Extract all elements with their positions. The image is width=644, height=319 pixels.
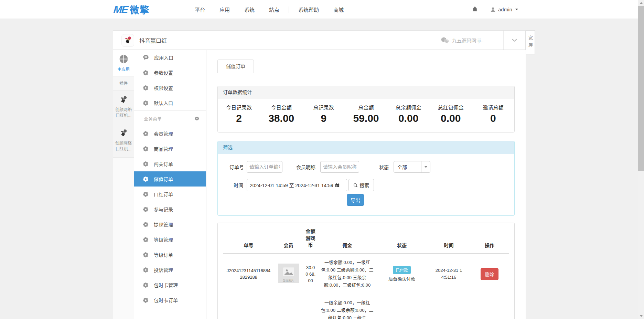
menu-item-lipstick-orders[interactable]: 口红订单 [134, 187, 206, 202]
scrollbar-thumb[interactable] [638, 6, 644, 171]
nav-item-system[interactable]: 系统 [237, 6, 262, 13]
username: admin [498, 7, 512, 12]
main-nav: 平台 应用 系统 站点 系统帮助 商城 [187, 0, 351, 19]
rail-main-label: 主应用 [117, 66, 130, 72]
menu-item-level-orders[interactable]: 等级订单 [134, 247, 206, 262]
notification-bell-icon[interactable] [472, 0, 478, 19]
menu-item-label: 包时卡管理 [154, 281, 178, 288]
widescreen-toggle[interactable]: 宽屏 [526, 30, 535, 54]
nav-item-help[interactable]: 系统帮助 [291, 6, 326, 13]
filter-body: 订单号 会员昵称 状态 全部 时间 2024-12-01 14:59 至 202… [218, 154, 514, 215]
menu-item-label: 包时卡订单 [154, 297, 178, 304]
cell-actions: 删除 [470, 254, 509, 294]
plugin-lipstick-icon [118, 128, 129, 139]
menu-item-timecard-orders[interactable]: 包时卡订单 [134, 293, 206, 308]
nav-item-apps[interactable]: 应用 [212, 6, 237, 13]
gear-icon [143, 191, 149, 197]
col-commission: 佣金 [318, 223, 376, 254]
cell-order-no [223, 294, 274, 319]
calendar-icon [335, 183, 340, 188]
menu-item-label: 商品管理 [154, 145, 173, 152]
cell-commission: 一级余额:0.00，一级红包:0.00 二级余额:0.00，二级红包:0.00 … [318, 294, 376, 319]
rail-plugin-item[interactable]: 创颜网络口红机... [113, 91, 134, 124]
menu-item-members[interactable]: 会员管理 [134, 126, 206, 141]
delete-button[interactable]: 删除 [481, 268, 498, 280]
menu-item-label: 会员管理 [154, 130, 173, 137]
export-button[interactable]: 导出 [347, 194, 364, 206]
menu-item-withdrawals[interactable]: 提现管理 [134, 217, 206, 232]
wechat-icon [441, 37, 449, 44]
menu-item-complaints[interactable]: 投诉管理 [134, 262, 206, 277]
collapse-header-button[interactable] [503, 31, 525, 50]
weengine-logo[interactable]: ME 微擎 [114, 0, 150, 19]
gear-icon [143, 206, 149, 212]
menu-item-default-entry[interactable]: 默认入口 [134, 95, 206, 110]
status-select-value: 全部 [394, 163, 421, 170]
menu-item-challenge-orders[interactable]: 闯关订单 [134, 156, 206, 171]
menu-item-permissions[interactable]: 权限设置 [134, 80, 206, 95]
page-scrollbar[interactable] [638, 0, 644, 319]
nickname-label: 会员昵称 [296, 163, 315, 170]
stat-today-records: 今日记录数 2 [218, 99, 260, 132]
nav-item-platform[interactable]: 平台 [187, 6, 212, 13]
menu-item-levels[interactable]: 等级管理 [134, 232, 206, 247]
app-menu: 应用入口 参数设置 权限设置 默认入口 业务菜单 会员管理 商品管理 闯关订单 … [134, 50, 206, 319]
nav-item-store[interactable]: 商城 [326, 6, 351, 13]
logo-text: 微擎 [130, 3, 150, 16]
menu-item-label: 提现管理 [154, 221, 173, 228]
account-info[interactable]: 九五源码网:iji... [441, 31, 485, 50]
scrollbar-up-arrow[interactable] [638, 0, 644, 6]
no-image-placeholder: 暂无图片 [278, 264, 299, 283]
menu-item-timecard-mgmt[interactable]: 包时卡管理 [134, 277, 206, 293]
rail-item-main-app[interactable]: 主应用 [113, 50, 134, 76]
filter-row-2: 时间 2024-12-01 14:59 至 2024-12-31 14:59 搜… [218, 179, 514, 191]
menu-item-products[interactable]: 商品管理 [134, 141, 206, 156]
scrollbar-down-arrow[interactable] [638, 313, 644, 319]
gear-icon [143, 176, 149, 182]
filter-panel-title: 筛选 [218, 141, 514, 154]
section-gear-icon[interactable] [195, 116, 199, 121]
menu-item-app-entry[interactable]: 应用入口 [134, 50, 206, 65]
app-title: 抖音赢口红 [139, 31, 167, 50]
stat-balance-commission: 总余额佣金 0.00 [387, 99, 430, 132]
cell-amount-coins: 30.00 68.00 [303, 254, 318, 294]
gear-icon [143, 100, 149, 106]
menu-item-label: 参与记录 [154, 206, 173, 213]
gear-icon [143, 282, 149, 288]
search-button[interactable]: 搜索 [348, 179, 374, 191]
menu-item-label: 口红订单 [154, 191, 173, 198]
menu-item-participation[interactable]: 参与记录 [134, 202, 206, 217]
nav-item-site[interactable]: 站点 [262, 6, 287, 13]
user-caret-icon [515, 9, 518, 10]
date-range-input[interactable]: 2024-12-01 14:59 至 2024-12-31 14:59 [247, 179, 347, 191]
stat-total-amount: 总金额 59.00 [345, 99, 387, 132]
filter-row-3: 导出 [218, 194, 514, 206]
logo-mark: ME [113, 4, 128, 15]
menu-item-recharge-orders[interactable]: 储值订单 [134, 171, 206, 187]
menu-item-label: 默认入口 [154, 99, 173, 106]
chevron-down-icon [512, 38, 517, 42]
order-no-input[interactable] [247, 161, 282, 173]
col-status: 状态 [376, 223, 427, 254]
gear-icon [143, 222, 149, 227]
rail-plugin-item[interactable]: 创颜网络口红机... [113, 124, 134, 158]
status-text: 后台确认付款 [377, 275, 426, 282]
tab-bar: 储值订单 [217, 60, 515, 73]
tab-recharge-orders[interactable]: 储值订单 [217, 60, 254, 73]
menu-item-params[interactable]: 参数设置 [134, 65, 206, 80]
rail-plugin-label: 创颜网络口红机... [114, 140, 133, 152]
status-select[interactable]: 全部 [394, 161, 430, 173]
user-menu[interactable]: admin [490, 0, 518, 19]
filter-panel: 筛选 订单号 会员昵称 状态 全部 时间 2024-12-01 14:59 至 … [217, 141, 515, 216]
grid-icon [119, 54, 128, 64]
cell-status [376, 294, 427, 319]
orders-table: 单号 会员 金额游戏币 佣金 状态 时间 操作 J202412311451168… [223, 223, 509, 319]
nickname-input[interactable] [320, 161, 359, 173]
col-time: 时间 [428, 223, 470, 254]
nav-divider [289, 7, 289, 13]
order-stats-panel: 订单数据统计 今日记录数 2 今日金额 38.00 总记录数 9 总金额 59.… [217, 86, 515, 132]
rail-plugin-label: 创颜网络口红机... [114, 107, 133, 119]
account-name: 九五源码网:iji... [452, 37, 485, 44]
stat-total-records: 总记录数 9 [302, 99, 345, 132]
image-icon [283, 267, 294, 276]
